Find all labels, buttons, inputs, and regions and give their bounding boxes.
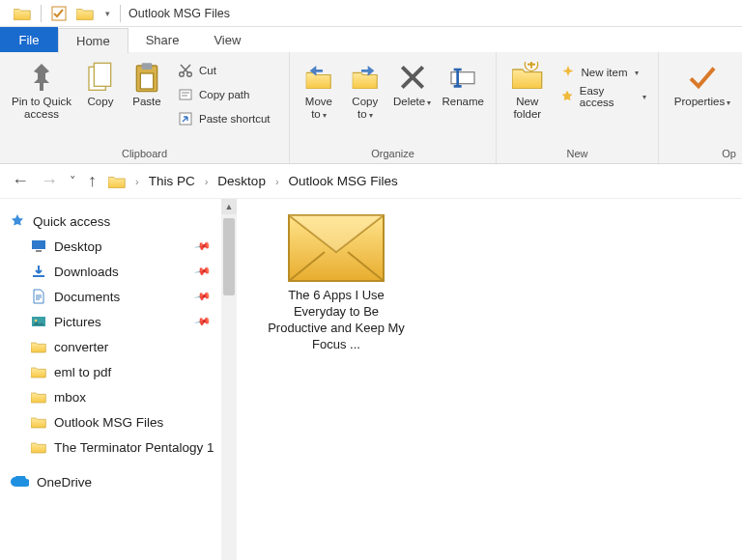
paste-icon [131, 62, 162, 93]
separator [41, 5, 42, 22]
pin-icon [26, 62, 57, 93]
file-item[interactable]: The 6 Apps I Use Everyday to Be Producti… [264, 214, 409, 353]
file-list[interactable]: The 6 Apps I Use Everyday to Be Producti… [237, 199, 742, 560]
onedrive-header[interactable]: OneDrive [10, 469, 237, 494]
copy-icon [85, 62, 116, 93]
copy-to-button[interactable]: Copy to▾ [344, 58, 386, 121]
paste-button[interactable]: Paste [126, 58, 168, 108]
nav-item-pictures[interactable]: Pictures📌 [10, 309, 237, 334]
paste-shortcut-icon [178, 111, 193, 126]
breadcrumb-part[interactable]: This PC [149, 174, 195, 188]
tab-share[interactable]: Share [128, 27, 197, 52]
chevron-down-icon: ▾ [641, 93, 646, 101]
ribbon-group-clipboard: Pin to Quick access Copy Paste Cut Copy … [0, 52, 290, 163]
nav-item-desktop[interactable]: Desktop📌 [10, 234, 237, 259]
desktop-icon [31, 238, 46, 254]
recent-locations-button[interactable]: ˅ [70, 174, 76, 188]
copy-path-icon [178, 87, 193, 102]
quick-access-icon [10, 213, 25, 229]
properties-icon [687, 62, 718, 93]
address-bar-row: ← → ˅ ↑ › This PC › Desktop › Outlook MS… [0, 164, 742, 199]
tab-view[interactable]: View [196, 27, 258, 52]
delete-button[interactable]: Delete▾ [390, 58, 435, 108]
properties-button[interactable]: Properties▾ [671, 58, 734, 108]
group-label-open: Op [659, 146, 742, 163]
copy-button[interactable]: Copy [79, 58, 122, 108]
chevron-down-icon: ▾ [633, 69, 639, 77]
scroll-up-button[interactable]: ▲ [221, 199, 237, 214]
envelope-icon [288, 214, 385, 282]
move-to-icon [303, 62, 334, 93]
pin-icon: 📌 [194, 288, 213, 306]
properties-qat-icon[interactable] [51, 6, 67, 21]
main-area: ▲ Quick access Desktop📌 Downloads📌 Docum… [0, 199, 742, 560]
cut-button[interactable]: Cut [174, 60, 274, 81]
breadcrumb[interactable]: › This PC › Desktop › Outlook MSG Files [108, 174, 398, 188]
quick-access-header[interactable]: Quick access [10, 209, 237, 234]
nav-item-folder[interactable]: converter [10, 334, 237, 359]
back-button[interactable]: ← [12, 171, 29, 191]
group-label-clipboard: Clipboard [0, 146, 289, 163]
download-icon [31, 264, 46, 279]
scroll-thumb[interactable] [223, 218, 235, 295]
ribbon: Pin to Quick access Copy Paste Cut Copy … [0, 52, 742, 164]
ribbon-tab-row: File Home Share View [0, 27, 742, 52]
nav-item-downloads[interactable]: Downloads📌 [10, 259, 237, 284]
new-folder-icon [512, 62, 543, 93]
copy-path-button[interactable]: Copy path [174, 84, 274, 105]
chevron-down-icon: ▾ [321, 111, 327, 120]
folder-icon [108, 175, 126, 188]
new-item-button[interactable]: New item▾ [556, 62, 650, 83]
folder-icon [14, 7, 31, 20]
copy-to-icon [350, 62, 381, 93]
easy-access-button[interactable]: Easy access▾ [556, 86, 650, 107]
new-item-icon [560, 65, 576, 80]
nav-item-documents[interactable]: Documents📌 [10, 284, 237, 309]
move-to-button[interactable]: Move to▾ [298, 58, 340, 121]
scissors-icon [178, 63, 193, 78]
forward-button[interactable]: → [41, 171, 58, 191]
folder-icon [31, 339, 46, 354]
pin-icon: 📌 [194, 238, 213, 256]
chevron-down-icon: ▾ [425, 98, 431, 107]
rename-button[interactable]: Rename [438, 58, 488, 108]
chevron-down-icon: ▾ [367, 111, 373, 120]
up-button[interactable]: ↑ [88, 171, 97, 191]
ribbon-group-new: New folder New item▾ Easy access▾ New [497, 52, 659, 163]
ribbon-group-organize: Move to▾ Copy to▾ Delete▾ Rename Organiz… [290, 52, 497, 163]
folder-icon [31, 439, 46, 455]
folder-icon [31, 389, 46, 405]
paste-shortcut-button[interactable]: Paste shortcut [174, 108, 274, 129]
pin-icon: 📌 [194, 263, 213, 281]
window-title: Outlook MSG Files [121, 7, 230, 20]
nav-item-folder[interactable]: The Terminator Pentalogy 1 [10, 434, 237, 460]
group-label-new: New [497, 146, 658, 163]
new-folder-qat-icon[interactable] [76, 7, 94, 20]
group-label-organize: Organize [290, 146, 496, 163]
nav-item-folder[interactable]: eml to pdf [10, 359, 237, 384]
breadcrumb-part[interactable]: Desktop [217, 174, 266, 188]
breadcrumb-part[interactable]: Outlook MSG Files [289, 174, 398, 188]
folder-icon [31, 414, 46, 430]
image-icon [31, 314, 46, 329]
nav-item-folder[interactable]: mbox [10, 384, 237, 409]
chevron-right-icon[interactable]: › [201, 176, 213, 187]
file-tab[interactable]: File [0, 27, 58, 52]
pin-to-quick-access-button[interactable]: Pin to Quick access [8, 58, 75, 121]
quick-access-toolbar: ▾ [0, 5, 121, 22]
nav-item-folder[interactable]: Outlook MSG Files [10, 409, 237, 434]
titlebar: ▾ Outlook MSG Files [0, 0, 742, 27]
scrollbar[interactable]: ▲ [221, 199, 237, 560]
tab-home[interactable]: Home [58, 28, 128, 53]
pin-icon: 📌 [194, 313, 213, 331]
chevron-right-icon[interactable]: › [131, 176, 143, 187]
folder-icon [31, 364, 46, 379]
delete-icon [397, 62, 428, 93]
qat-customize-icon[interactable]: ▾ [103, 9, 110, 18]
rename-icon [447, 62, 478, 93]
ribbon-group-open: Properties▾ Op [659, 52, 742, 163]
chevron-down-icon: ▾ [725, 98, 730, 107]
cloud-icon [10, 476, 29, 488]
new-folder-button[interactable]: New folder [504, 58, 551, 121]
chevron-right-icon[interactable]: › [271, 176, 283, 187]
